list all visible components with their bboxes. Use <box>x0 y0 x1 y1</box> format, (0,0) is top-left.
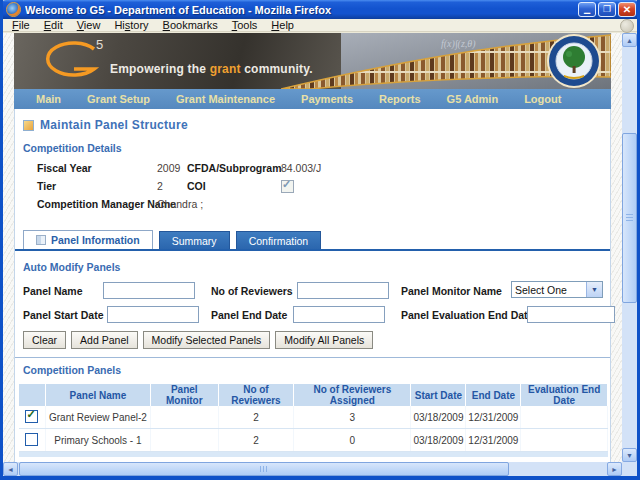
scroll-down-icon[interactable] <box>622 448 637 462</box>
page-body: Maintain Panel Structure Competition Det… <box>14 109 611 462</box>
row-1-no-of-reviewers: 2 <box>218 406 294 429</box>
no-of-reviewers-label: No of Reviewers <box>211 285 293 297</box>
coi-checkbox <box>281 180 294 193</box>
competition-panels-table: Panel Name Panel Monitor No of Reviewers… <box>19 384 608 452</box>
nav-g5-admin[interactable]: G5 Admin <box>447 93 499 105</box>
row-2-no-assigned: 0 <box>294 429 411 452</box>
col-no-of-reviewers: No of Reviewers <box>218 384 294 406</box>
firefox-icon <box>6 2 21 17</box>
row-2-eval-end-date <box>521 429 608 452</box>
auto-modify-row-2: Panel Start Date Panel End Date Panel Ev… <box>15 305 610 329</box>
panel-start-date-label: Panel Start Date <box>23 309 104 321</box>
nav-logout[interactable]: Logout <box>524 93 561 105</box>
auto-modify-row-1: Panel Name No of Reviewers Panel Monitor… <box>15 281 610 305</box>
panel-eval-end-date-input[interactable] <box>527 306 615 323</box>
restore-button[interactable] <box>598 2 616 17</box>
panel-name-input[interactable] <box>103 282 195 299</box>
page-title: Maintain Panel Structure <box>23 118 610 132</box>
tab-bar: Panel Information Summary Confirmation <box>23 230 610 249</box>
menu-view[interactable]: View <box>70 19 108 31</box>
nav-reports[interactable]: Reports <box>379 93 421 105</box>
doe-seal <box>547 34 601 88</box>
horizontal-scroll-thumb[interactable] <box>19 462 509 476</box>
window-title: Welcome to G5 - Department of Education … <box>25 4 578 16</box>
tab-panel-information-icon <box>36 235 46 245</box>
clear-button[interactable]: Clear <box>23 331 66 349</box>
row-1-panel-monitor <box>150 406 218 429</box>
main-nav: Main Grant Setup Grant Maintenance Payme… <box>14 89 611 109</box>
browser-viewport: f(x)∫(z,θ) <box>3 33 637 462</box>
menu-edit[interactable]: Edit <box>37 19 70 31</box>
scroll-right-icon[interactable] <box>607 462 622 476</box>
row-2-panel-monitor <box>150 429 218 452</box>
menu-history[interactable]: History <box>107 19 155 31</box>
row-1-panel-name: Grant Review Panel-2 <box>45 406 150 429</box>
close-button[interactable] <box>618 2 636 17</box>
tier-label: Tier <box>37 180 56 192</box>
panel-name-label: Panel Name <box>23 285 83 297</box>
section-divider-1 <box>15 357 610 358</box>
panel-start-date-input[interactable] <box>107 306 199 323</box>
row-2-checkbox[interactable] <box>25 433 38 446</box>
scroll-up-icon[interactable] <box>622 33 637 47</box>
scrollbar-corner <box>622 462 637 476</box>
tab-underline <box>15 249 610 251</box>
vertical-scroll-thumb[interactable] <box>622 133 637 303</box>
vertical-scrollbar[interactable] <box>622 33 637 462</box>
panel-eval-end-date-label: Panel Evaluation End Date <box>401 309 533 321</box>
banner-library-art: f(x)∫(z,θ) <box>281 33 611 89</box>
nav-payments[interactable]: Payments <box>301 93 353 105</box>
nav-grant-setup[interactable]: Grant Setup <box>87 93 150 105</box>
manager-label: Competition Manager Name <box>37 198 176 210</box>
add-panel-button[interactable]: Add Panel <box>71 331 137 349</box>
tab-confirmation[interactable]: Confirmation <box>236 231 322 249</box>
fiscal-year-label: Fiscal Year <box>37 162 92 174</box>
detail-row-fiscal: Fiscal Year 2009 CFDA/Subprogram 84.003/… <box>15 162 610 180</box>
row-1-end-date: 12/31/2009 <box>466 406 521 429</box>
no-of-reviewers-input[interactable] <box>297 282 389 299</box>
minimize-button[interactable] <box>578 2 596 17</box>
g5-banner: f(x)∫(z,θ) <box>14 33 611 89</box>
page-content-area: f(x)∫(z,θ) <box>3 33 622 462</box>
tab-summary[interactable]: Summary <box>159 231 230 249</box>
tier-value: 2 <box>157 180 163 192</box>
row-1-no-assigned: 3 <box>294 406 411 429</box>
dropdown-arrow-icon <box>586 282 602 297</box>
row-1-start-date: 03/18/2009 <box>411 406 466 429</box>
table-row: Grant Review Panel-2 2 3 03/18/2009 12/3… <box>19 406 608 429</box>
table-header-row: Panel Name Panel Monitor No of Reviewers… <box>19 384 608 406</box>
panel-end-date-input[interactable] <box>293 306 385 323</box>
col-start-date: Start Date <box>411 384 466 406</box>
menu-bar: File Edit View History Bookmarks Tools H… <box>3 19 637 32</box>
coi-label: COI <box>187 180 206 192</box>
nav-grant-maintenance[interactable]: Grant Maintenance <box>176 93 275 105</box>
col-no-assigned: No of Reviewers Assigned <box>294 384 411 406</box>
nav-main[interactable]: Main <box>36 93 61 105</box>
auto-modify-heading: Auto Modify Panels <box>23 261 610 273</box>
menu-bookmarks[interactable]: Bookmarks <box>156 19 225 31</box>
row-2-no-of-reviewers: 2 <box>218 429 294 452</box>
modify-all-panels-button[interactable]: Modify All Panels <box>275 331 373 349</box>
menu-file[interactable]: File <box>5 19 37 31</box>
row-1-checkbox[interactable] <box>25 410 38 423</box>
col-eval-end-date: Evaluation End Date <box>521 384 608 406</box>
svg-text:f(x)∫(z,θ): f(x)∫(z,θ) <box>441 38 476 50</box>
row-2-start-date: 03/18/2009 <box>411 429 466 452</box>
table-footer-strip <box>19 452 608 457</box>
menu-tools[interactable]: Tools <box>225 19 265 31</box>
menu-help[interactable]: Help <box>264 19 301 31</box>
scroll-left-icon[interactable] <box>3 462 18 476</box>
col-panel-name: Panel Name <box>45 384 150 406</box>
panel-monitor-select[interactable]: Select One <box>511 281 603 298</box>
tab-panel-information[interactable]: Panel Information <box>23 230 153 249</box>
page-title-icon <box>23 120 34 131</box>
logo-5: 5 <box>96 37 103 52</box>
panel-monitor-label: Panel Monitor Name <box>401 285 502 297</box>
detail-row-tier: Tier 2 COI <box>15 180 610 198</box>
competition-details-heading: Competition Details <box>23 142 610 154</box>
horizontal-scrollbar[interactable] <box>3 462 622 476</box>
detail-row-manager: Competition Manager Name Chandra ; <box>15 198 610 216</box>
modify-selected-panels-button[interactable]: Modify Selected Panels <box>143 331 271 349</box>
manager-value: Chandra ; <box>157 198 203 210</box>
window-titlebar[interactable]: Welcome to G5 - Department of Education … <box>0 0 640 19</box>
